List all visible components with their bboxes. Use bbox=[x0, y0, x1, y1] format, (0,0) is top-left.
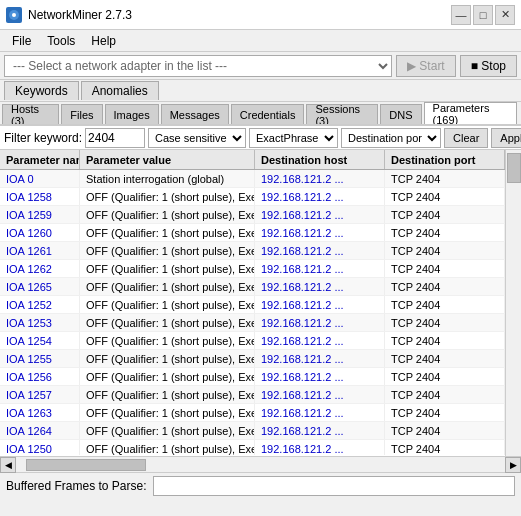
close-button[interactable]: ✕ bbox=[495, 5, 515, 25]
col-header-name: Parameter name bbox=[0, 150, 80, 169]
maximize-button[interactable]: □ bbox=[473, 5, 493, 25]
menu-tools[interactable]: Tools bbox=[39, 32, 83, 50]
cell-dest-port: TCP 2404 bbox=[385, 206, 505, 223]
cell-name: IOA 1254 bbox=[0, 332, 80, 349]
tab-sessions[interactable]: Sessions (3) bbox=[306, 104, 378, 124]
cell-value: Station interrogation (global) bbox=[80, 170, 255, 187]
cell-dest-port: TCP 2404 bbox=[385, 386, 505, 403]
anomalies-tab[interactable]: Anomalies bbox=[81, 81, 159, 100]
cell-name: IOA 0 bbox=[0, 170, 80, 187]
table-row[interactable]: IOA 1252OFF (Qualifier: 1 (short pulse),… bbox=[0, 296, 505, 314]
cell-dest-port: TCP 2404 bbox=[385, 440, 505, 455]
hscroll-track[interactable] bbox=[16, 457, 505, 473]
cell-value: OFF (Qualifier: 1 (short pulse), Execute… bbox=[80, 296, 255, 313]
cell-dest-host: 192.168.121.2 ... bbox=[255, 314, 385, 331]
col-header-value: Parameter value bbox=[80, 150, 255, 169]
cell-name: IOA 1256 bbox=[0, 368, 80, 385]
cell-value: OFF (Qualifier: 1 (short pulse), Execute… bbox=[80, 368, 255, 385]
cell-name: IOA 1264 bbox=[0, 422, 80, 439]
table-row[interactable]: IOA 1253OFF (Qualifier: 1 (short pulse),… bbox=[0, 314, 505, 332]
table-row[interactable]: IOA 1258OFF (Qualifier: 1 (short pulse),… bbox=[0, 188, 505, 206]
cell-dest-port: TCP 2404 bbox=[385, 404, 505, 421]
adapter-bar: --- Select a network adapter in the list… bbox=[0, 52, 521, 80]
filter-phrase-dropdown[interactable]: ExactPhrase bbox=[249, 128, 338, 148]
filter-destination-dropdown[interactable]: Destination port Destination host bbox=[341, 128, 441, 148]
cell-dest-port: TCP 2404 bbox=[385, 296, 505, 313]
cell-dest-host: 192.168.121.2 ... bbox=[255, 260, 385, 277]
apply-button[interactable]: Apply bbox=[491, 128, 521, 148]
scrollbar-thumb[interactable] bbox=[507, 153, 521, 183]
table-area: Parameter name Parameter value Destinati… bbox=[0, 150, 521, 456]
minimize-button[interactable]: — bbox=[451, 5, 471, 25]
table-row[interactable]: IOA 1250OFF (Qualifier: 1 (short pulse),… bbox=[0, 440, 505, 455]
cell-dest-host: 192.168.121.2 ... bbox=[255, 242, 385, 259]
tab-images[interactable]: Images bbox=[105, 104, 159, 124]
hscroll-left-arrow[interactable]: ◀ bbox=[0, 457, 16, 473]
main-tabs: Hosts (3) Files Images Messages Credenti… bbox=[0, 102, 521, 126]
cell-dest-port: TCP 2404 bbox=[385, 368, 505, 385]
cell-dest-port: TCP 2404 bbox=[385, 260, 505, 277]
cell-name: IOA 1259 bbox=[0, 206, 80, 223]
table-row[interactable]: IOA 1255OFF (Qualifier: 1 (short pulse),… bbox=[0, 350, 505, 368]
hscroll-right-arrow[interactable]: ▶ bbox=[505, 457, 521, 473]
adapter-select[interactable]: --- Select a network adapter in the list… bbox=[4, 55, 392, 77]
cell-name: IOA 1250 bbox=[0, 440, 80, 455]
keywords-tab[interactable]: Keywords bbox=[4, 81, 79, 100]
horizontal-scrollbar[interactable]: ◀ ▶ bbox=[0, 456, 521, 472]
cell-dest-port: TCP 2404 bbox=[385, 188, 505, 205]
stop-button[interactable]: ■ Stop bbox=[460, 55, 517, 77]
cell-dest-port: TCP 2404 bbox=[385, 170, 505, 187]
vertical-scrollbar[interactable] bbox=[505, 150, 521, 456]
cell-name: IOA 1261 bbox=[0, 242, 80, 259]
cell-name: IOA 1265 bbox=[0, 278, 80, 295]
cell-dest-host: 192.168.121.2 ... bbox=[255, 350, 385, 367]
cell-name: IOA 1262 bbox=[0, 260, 80, 277]
menu-help[interactable]: Help bbox=[83, 32, 124, 50]
table-row[interactable]: IOA 1256OFF (Qualifier: 1 (short pulse),… bbox=[0, 368, 505, 386]
cell-name: IOA 1253 bbox=[0, 314, 80, 331]
col-header-dest-host: Destination host bbox=[255, 150, 385, 169]
buffered-frames-label: Buffered Frames to Parse: bbox=[6, 479, 147, 493]
clear-button[interactable]: Clear bbox=[444, 128, 488, 148]
tab-credentials[interactable]: Credentials bbox=[231, 104, 305, 124]
tab-dns[interactable]: DNS bbox=[380, 104, 421, 124]
tab-hosts[interactable]: Hosts (3) bbox=[2, 104, 59, 124]
cell-value: OFF (Qualifier: 1 (short pulse), Execute… bbox=[80, 332, 255, 349]
cell-dest-host: 192.168.121.2 ... bbox=[255, 206, 385, 223]
table-row[interactable]: IOA 1264OFF (Qualifier: 1 (short pulse),… bbox=[0, 422, 505, 440]
filter-keyword-input[interactable] bbox=[85, 128, 145, 148]
table-row[interactable]: IOA 1257OFF (Qualifier: 1 (short pulse),… bbox=[0, 386, 505, 404]
menu-bar: File Tools Help bbox=[0, 30, 521, 52]
table-body: IOA 0Station interrogation (global)192.1… bbox=[0, 170, 505, 455]
buffered-frames-input[interactable] bbox=[153, 476, 515, 496]
tab-parameters[interactable]: Parameters (169) bbox=[424, 102, 517, 124]
tab-files[interactable]: Files bbox=[61, 104, 102, 124]
table-row[interactable]: IOA 1259OFF (Qualifier: 1 (short pulse),… bbox=[0, 206, 505, 224]
table-row[interactable]: IOA 1262OFF (Qualifier: 1 (short pulse),… bbox=[0, 260, 505, 278]
table-row[interactable]: IOA 0Station interrogation (global)192.1… bbox=[0, 170, 505, 188]
table-row[interactable]: IOA 1263OFF (Qualifier: 1 (short pulse),… bbox=[0, 404, 505, 422]
cell-value: OFF (Qualifier: 1 (short pulse), Execute… bbox=[80, 350, 255, 367]
svg-point-1 bbox=[12, 13, 16, 17]
filter-keyword-label: Filter keyword: bbox=[4, 131, 82, 145]
cell-value: OFF (Qualifier: 1 (short pulse), Execute… bbox=[80, 422, 255, 439]
cell-value: OFF (Qualifier: 1 (short pulse), Execute… bbox=[80, 188, 255, 205]
cell-dest-host: 192.168.121.2 ... bbox=[255, 386, 385, 403]
menu-file[interactable]: File bbox=[4, 32, 39, 50]
cell-value: OFF (Qualifier: 1 (short pulse), Execute… bbox=[80, 242, 255, 259]
tab-messages[interactable]: Messages bbox=[161, 104, 229, 124]
filter-mode-dropdown[interactable]: Case sensitive bbox=[148, 128, 246, 148]
cell-name: IOA 1260 bbox=[0, 224, 80, 241]
cell-dest-port: TCP 2404 bbox=[385, 224, 505, 241]
cell-name: IOA 1263 bbox=[0, 404, 80, 421]
window-controls: — □ ✕ bbox=[451, 5, 515, 25]
cell-value: OFF (Qualifier: 1 (short pulse), Execute… bbox=[80, 404, 255, 421]
table-row[interactable]: IOA 1261OFF (Qualifier: 1 (short pulse),… bbox=[0, 242, 505, 260]
start-button[interactable]: ▶ Start bbox=[396, 55, 456, 77]
cell-value: OFF (Qualifier: 1 (short pulse), Execute… bbox=[80, 224, 255, 241]
table-row[interactable]: IOA 1254OFF (Qualifier: 1 (short pulse),… bbox=[0, 332, 505, 350]
hscroll-thumb[interactable] bbox=[26, 459, 146, 471]
table-row[interactable]: IOA 1265OFF (Qualifier: 1 (short pulse),… bbox=[0, 278, 505, 296]
table-row[interactable]: IOA 1260OFF (Qualifier: 1 (short pulse),… bbox=[0, 224, 505, 242]
keyword-tabs: Keywords Anomalies bbox=[0, 80, 521, 102]
